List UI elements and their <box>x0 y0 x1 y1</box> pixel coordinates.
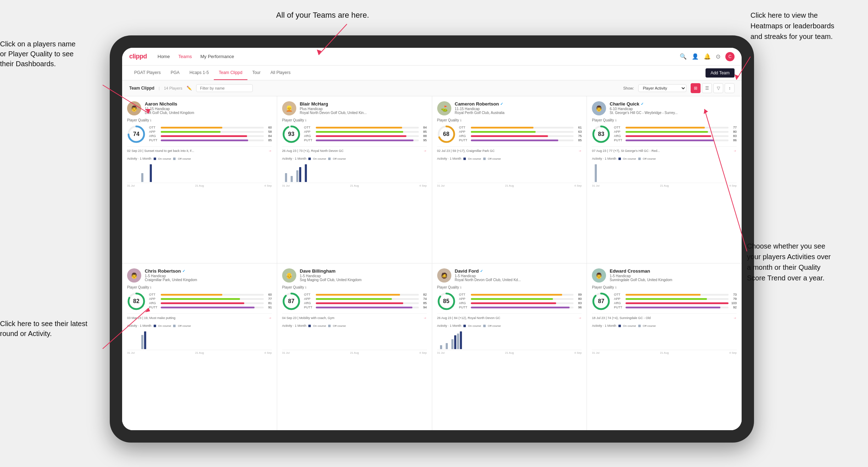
chart-labels: 31 Jul 21 Aug 4 Sep <box>592 184 737 187</box>
avatar-icon[interactable]: C <box>725 52 735 61</box>
stat-bar <box>471 307 570 308</box>
stat-row: PUTT 85 <box>459 138 582 142</box>
verified-icon: ✓ <box>182 269 185 273</box>
player-name[interactable]: Edward Crossman <box>610 268 737 274</box>
stat-bar-bg <box>316 131 419 133</box>
tab-pga[interactable]: PGA <box>166 66 184 80</box>
help-icon[interactable]: ⊙ <box>716 53 720 60</box>
player-card[interactable]: 👴 Dave Billingham 1-5 Handicap Sog Magin… <box>277 263 432 430</box>
add-team-button[interactable]: Add Team <box>706 68 735 78</box>
stat-bar <box>626 135 711 137</box>
round-arrow-icon: → <box>268 149 272 153</box>
player-card[interactable]: ⛳ Cameron Robertson ✓ 11-15 Handicap Roy… <box>432 96 587 263</box>
off-course-legend <box>328 325 331 327</box>
sub-nav: PGAT Players PGA Hcaps 1-5 Team Clippd T… <box>122 66 742 80</box>
quality-info-icon[interactable]: ℹ <box>615 286 616 289</box>
stat-value: 85 <box>575 138 582 142</box>
annotation-bottom-left: Click here to see their latestround or A… <box>0 319 87 338</box>
on-course-label: On course <box>158 324 171 328</box>
chart-label-end: 4 Sep <box>264 351 272 354</box>
sort-view-button[interactable]: ↕ <box>725 83 735 93</box>
latest-round[interactable]: 04 Sep 23 | Mobility with coach, Gym → <box>282 313 427 320</box>
stat-row: PUTT 94 <box>304 306 427 309</box>
tab-all-players[interactable]: All Players <box>265 66 296 80</box>
player-card[interactable]: 👱 Blair McHarg Plus Handicap Royal North… <box>277 96 432 263</box>
stat-value: 63 <box>575 130 582 133</box>
stat-label: PUTT <box>149 306 159 309</box>
nav-my-performance[interactable]: My Performance <box>200 54 234 59</box>
player-card[interactable]: 👨 Charlie Quick ✓ 6-10 Handicap St. Geor… <box>587 96 742 263</box>
player-card[interactable]: 👨 Edward Crossman 1-5 Handicap Sunningda… <box>587 263 742 430</box>
latest-round[interactable]: 18 Jul 23 | 74 (+4), Sunningdale GC - Ol… <box>592 313 737 320</box>
quality-ring[interactable]: 87 <box>282 292 301 311</box>
player-card[interactable]: 👨 Chris Robertson ✓ 1-5 Handicap Craigmi… <box>122 263 277 430</box>
app-logo[interactable]: clippd <box>129 53 147 60</box>
stat-row: OTT 77 <box>614 126 737 129</box>
chart-label-mid: 21 Aug <box>660 184 669 187</box>
player-name[interactable]: Chris Robertson ✓ <box>145 268 272 274</box>
stats-rows: OTT 77 APP 80 ARG 83 PU <box>614 126 737 143</box>
stat-bar <box>471 131 536 133</box>
quality-ring[interactable]: 83 <box>592 125 610 143</box>
stat-value: 60 <box>265 293 272 296</box>
tab-team-clippd[interactable]: Team Clippd <box>214 66 247 80</box>
tab-hcaps[interactable]: Hcaps 1-5 <box>184 66 214 80</box>
quality-stats-section: 85 OTT 89 APP 80 ARG <box>437 292 582 311</box>
latest-round[interactable]: 07 Aug 23 | 77 (+7), St George's Hill GC… <box>592 146 737 153</box>
player-name[interactable]: David Ford ✓ <box>455 268 582 274</box>
quality-ring[interactable]: 74 <box>127 125 145 143</box>
latest-round[interactable]: 26 Aug 23 | 73 (+1), Royal North Devon G… <box>282 146 427 153</box>
tab-tour[interactable]: Tour <box>247 66 265 80</box>
chart-label-mid: 21 Aug <box>350 184 359 187</box>
chart-labels: 31 Jul 21 Aug 4 Sep <box>127 351 272 354</box>
quality-info-icon[interactable]: ℹ <box>305 119 306 122</box>
latest-round[interactable]: 03 Mar 23 | 19, Must make putting → <box>127 313 272 320</box>
player-name[interactable]: Cameron Robertson ✓ <box>455 101 582 107</box>
quality-ring[interactable]: 85 <box>437 292 456 311</box>
filter-view-button[interactable]: ▽ <box>713 83 723 93</box>
quality-info-icon[interactable]: ℹ <box>150 119 151 122</box>
search-icon[interactable]: 🔍 <box>680 53 687 60</box>
player-avatar: 👴 <box>282 268 296 283</box>
latest-round[interactable]: 26 Aug 23 | 84 (+12), Royal North Devon … <box>437 313 582 320</box>
stat-label: OTT <box>459 126 469 129</box>
player-card[interactable]: 👨 Aaron Nicholls 11-15 Handicap Drift Go… <box>122 96 277 263</box>
list-view-button[interactable]: ☰ <box>702 83 712 93</box>
stat-label: ARG <box>459 134 469 138</box>
stat-value: 84 <box>421 126 427 129</box>
activity-section: Activity · 1 Month On course Off course … <box>437 157 582 187</box>
chart-labels: 31 Jul 21 Aug 4 Sep <box>282 184 427 187</box>
quality-ring[interactable]: 87 <box>592 292 610 311</box>
nav-teams[interactable]: Teams <box>178 54 192 59</box>
player-name[interactable]: Charlie Quick ✓ <box>610 101 737 107</box>
quality-ring[interactable]: 68 <box>437 125 456 143</box>
chart-label-end: 4 Sep <box>419 351 427 354</box>
quality-ring[interactable]: 82 <box>127 292 145 311</box>
player-name[interactable]: Dave Billingham <box>300 268 427 274</box>
quality-info-icon[interactable]: ℹ <box>460 286 461 289</box>
bell-icon[interactable]: 🔔 <box>704 53 711 60</box>
edit-icon[interactable]: ✏️ <box>187 86 192 91</box>
quality-info-icon[interactable]: ℹ <box>615 119 616 122</box>
quality-info-icon[interactable]: ℹ <box>305 286 306 289</box>
nav-home[interactable]: Home <box>158 54 170 59</box>
latest-round[interactable]: 02 Sep 23 | Sunset round to get back int… <box>127 146 272 153</box>
stat-bar-bg <box>626 139 729 141</box>
player-header: 👨 Aaron Nicholls 11-15 Handicap Drift Go… <box>127 101 272 115</box>
activity-header: Activity · 1 Month On course Off course <box>127 157 272 160</box>
grid-view-button[interactable]: ⊞ <box>691 83 701 93</box>
person-icon[interactable]: 👤 <box>692 53 699 60</box>
quality-ring[interactable]: 93 <box>282 125 301 143</box>
quality-info-icon[interactable]: ℹ <box>460 119 461 122</box>
player-name[interactable]: Aaron Nicholls <box>145 101 272 107</box>
chart-label-start: 31 Jul <box>437 184 445 187</box>
quality-info-icon[interactable]: ℹ <box>150 286 151 289</box>
latest-round[interactable]: 02 Jul 23 | 59 (+17), Craigmillar Park G… <box>437 146 582 153</box>
show-select[interactable]: Player Activity Quality Score Trend <box>638 84 686 92</box>
stat-label: PUTT <box>149 138 159 142</box>
filter-input[interactable] <box>196 84 253 92</box>
tab-pgat-players[interactable]: PGAT Players <box>129 66 166 80</box>
player-card[interactable]: 🧔 David Ford ✓ 1-5 Handicap Royal North … <box>432 263 587 430</box>
off-course-label: Off course <box>643 324 656 328</box>
player-name[interactable]: Blair McHarg <box>300 101 427 107</box>
